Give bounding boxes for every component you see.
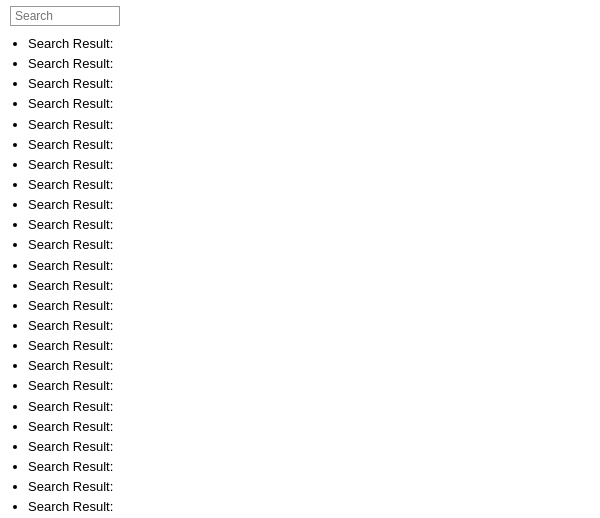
list-item: Search Result: bbox=[28, 54, 600, 74]
list-item: Search Result: bbox=[28, 336, 600, 356]
list-item: Search Result: bbox=[28, 115, 600, 135]
list-item: Search Result: bbox=[28, 497, 600, 517]
list-item: Search Result: bbox=[28, 34, 600, 54]
list-item: Search Result: bbox=[28, 74, 600, 94]
list-item: Search Result: bbox=[28, 276, 600, 296]
list-item: Search Result: bbox=[28, 256, 600, 276]
list-item: Search Result: bbox=[28, 437, 600, 457]
list-item: Search Result: bbox=[28, 195, 600, 215]
list-item: Search Result: bbox=[28, 356, 600, 376]
results-list: Search Result:Search Result:Search Resul… bbox=[0, 34, 600, 518]
list-item: Search Result: bbox=[28, 296, 600, 316]
list-item: Search Result: bbox=[28, 316, 600, 336]
list-item: Search Result: bbox=[28, 94, 600, 114]
list-item: Search Result: bbox=[28, 215, 600, 235]
list-item: Search Result: bbox=[28, 376, 600, 396]
list-item: Search Result: bbox=[28, 135, 600, 155]
list-item: Search Result: bbox=[28, 397, 600, 417]
list-item: Search Result: bbox=[28, 155, 600, 175]
list-item: Search Result: bbox=[28, 477, 600, 497]
list-item: Search Result: bbox=[28, 235, 600, 255]
list-item: Search Result: bbox=[28, 457, 600, 477]
search-input[interactable] bbox=[10, 6, 120, 26]
list-item: Search Result: bbox=[28, 417, 600, 437]
list-item: Search Result: bbox=[28, 175, 600, 195]
search-container bbox=[0, 0, 600, 34]
